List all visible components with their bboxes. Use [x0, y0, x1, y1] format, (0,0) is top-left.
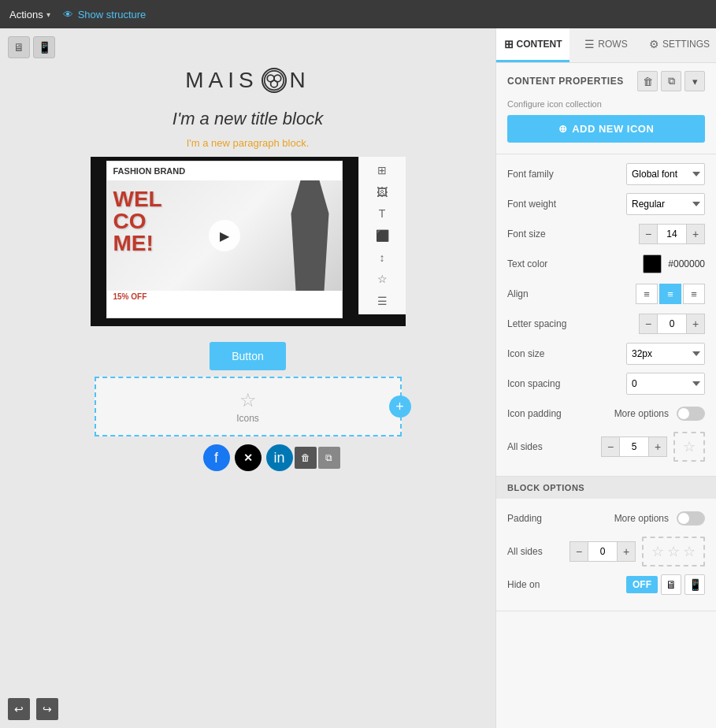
icon-padding-label: Icon padding — [507, 408, 614, 419]
font-size-decrease-btn[interactable]: − — [639, 224, 658, 244]
font-family-section: Font family Global font Font weight Regu… — [496, 154, 716, 477]
x-twitter-icon[interactable]: ✕ — [235, 444, 262, 471]
align-left-btn[interactable]: ≡ — [636, 284, 658, 304]
icon-size-row: Icon size 32px — [507, 342, 705, 366]
font-weight-label: Font weight — [507, 199, 626, 210]
rows-tab-icon: ☰ — [584, 38, 595, 50]
right-panel: ⊞ CONTENT ☰ ROWS ⚙ SETTINGS CONTENT PROP… — [495, 28, 716, 728]
tab-settings-label: SETTINGS — [662, 39, 710, 50]
letter-spacing-decrease-btn[interactable]: − — [639, 314, 658, 334]
color-value: #000000 — [668, 258, 705, 269]
padding-decrease-btn[interactable]: − — [601, 436, 620, 457]
main-layout: 🖥 📱 MAIS N I'm a new title block — [0, 28, 716, 728]
icon-spacing-select[interactable]: 0 — [626, 373, 705, 395]
all-sides-label: All sides — [507, 441, 601, 452]
block-padding-more-options: More options — [614, 511, 705, 526]
block-padding-row: Padding More options — [507, 507, 705, 530]
hide-mobile-icon[interactable]: 📱 — [684, 574, 705, 595]
tab-rows[interactable]: ☰ ROWS — [569, 28, 643, 62]
mobile-icon[interactable]: 📱 — [33, 36, 55, 58]
linkedin-icon[interactable]: in — [266, 444, 293, 471]
tb-star-icon[interactable]: ☆ — [363, 269, 401, 290]
actions-menu[interactable]: Actions ▾ — [9, 9, 50, 20]
show-structure-label: Show structure — [78, 9, 147, 20]
toggle-knob — [678, 408, 689, 419]
block-star-3: ☆ — [683, 543, 696, 560]
block-padding-decrease-btn[interactable]: − — [569, 541, 588, 562]
block-all-sides-row: All sides − 0 + ☆ ☆ ☆ — [507, 537, 705, 566]
fashion-image: WELCOME! ▶ — [107, 180, 342, 291]
tab-settings[interactable]: ⚙ SETTINGS — [643, 28, 716, 62]
font-weight-control: Regular — [626, 193, 705, 215]
content-tab-icon: ⊞ — [504, 38, 514, 50]
font-size-label: Font size — [507, 228, 639, 240]
model-silhouette — [287, 180, 334, 291]
block-padding-increase-btn[interactable]: + — [617, 541, 636, 562]
tb-btn-icon[interactable]: ⬛ — [363, 225, 401, 246]
section-header: CONTENT PROPERTIES 🗑 ⧉ ▾ — [507, 71, 705, 91]
actions-chevron-icon: ▾ — [46, 10, 50, 19]
copy-section-btn[interactable]: ⧉ — [661, 71, 681, 91]
undo-btn[interactable]: ↩ — [8, 698, 30, 720]
section-title: CONTENT PROPERTIES — [507, 76, 624, 87]
font-family-select[interactable]: Global font — [626, 163, 705, 185]
block-options-label: BLOCK OPTIONS — [507, 483, 584, 492]
topbar: Actions ▾ 👁 Show structure — [0, 0, 716, 28]
tab-content[interactable]: ⊞ CONTENT — [496, 28, 569, 62]
font-size-row: Font size − 14 + — [507, 222, 705, 246]
icon-size-control: 32px — [626, 343, 705, 365]
copy-social-btn[interactable]: ⧉ — [318, 447, 340, 469]
redo-btn[interactable]: ↪ — [36, 698, 58, 720]
tb-menu-icon[interactable]: ☰ — [363, 291, 401, 311]
icon-padding-toggle[interactable] — [677, 407, 705, 421]
all-sides-control: − 5 + ☆ — [601, 432, 705, 462]
block-stepper: − 0 + — [569, 541, 636, 562]
more-options-label: More options — [614, 408, 669, 419]
bottom-toolbar: ↩ ↪ — [8, 698, 58, 720]
add-plus-icon: ⊕ — [558, 123, 568, 135]
discount-label: 15% OFF — [107, 291, 342, 303]
add-new-icon-btn[interactable]: ⊕ ADD NEW ICON — [507, 115, 705, 143]
block-padding-value: 0 — [588, 541, 617, 562]
add-icon-label: ADD NEW ICON — [572, 123, 654, 135]
letter-spacing-row: Letter spacing − 0 + — [507, 312, 705, 336]
font-size-control: − 14 + — [639, 224, 705, 244]
font-family-control: Global font — [626, 163, 705, 185]
tb-img-icon[interactable]: 🖼 — [363, 182, 401, 202]
all-sides-row: All sides − 5 + ☆ — [507, 432, 705, 462]
star-icon-1: ☆ — [683, 438, 696, 455]
align-center-btn[interactable]: ≡ — [659, 284, 681, 304]
delete-social-btn[interactable]: 🗑 — [295, 447, 317, 469]
delete-section-btn[interactable]: 🗑 — [637, 71, 658, 91]
tb-text-icon[interactable]: T — [363, 203, 401, 224]
title-block: I'm a new title block — [173, 109, 323, 129]
block-options-section: Padding More options All sides − 0 + — [496, 499, 716, 611]
hide-desktop-icon[interactable]: 🖥 — [661, 574, 681, 595]
collapse-section-btn[interactable]: ▾ — [684, 71, 705, 91]
play-button[interactable]: ▶ — [209, 220, 240, 251]
desktop-icon[interactable]: 🖥 — [8, 36, 30, 58]
block-star-2: ☆ — [667, 543, 680, 560]
block-padding-toggle[interactable] — [677, 511, 705, 526]
image-inner: FASHION BRAND WELCOME! ▶ 15% OFF — [106, 161, 343, 318]
font-size-increase-btn[interactable]: + — [686, 224, 705, 244]
block-toggle-knob — [678, 513, 689, 524]
tb-space-icon[interactable]: ↕ — [363, 247, 401, 268]
padding-increase-btn[interactable]: + — [648, 436, 667, 457]
settings-tab-icon: ⚙ — [649, 38, 659, 50]
hide-off-btn[interactable]: OFF — [626, 576, 658, 593]
tb-grid-icon[interactable]: ⊞ — [363, 160, 401, 180]
font-weight-select[interactable]: Regular — [626, 193, 705, 215]
facebook-icon[interactable]: f — [203, 444, 230, 471]
add-icon-plus-btn[interactable]: + — [389, 396, 411, 418]
canvas-button[interactable]: Button — [210, 342, 285, 370]
align-right-btn[interactable]: ≡ — [683, 284, 705, 304]
icon-spacing-control: 0 — [626, 373, 705, 395]
color-swatch[interactable] — [643, 254, 662, 273]
text-color-row: Text color #000000 — [507, 252, 705, 276]
letter-spacing-value: 0 — [658, 314, 686, 334]
icon-size-select[interactable]: 32px — [626, 343, 705, 365]
logo-text-after: N — [290, 68, 310, 93]
show-structure-btn[interactable]: 👁 Show structure — [63, 9, 147, 20]
letter-spacing-increase-btn[interactable]: + — [686, 314, 705, 334]
